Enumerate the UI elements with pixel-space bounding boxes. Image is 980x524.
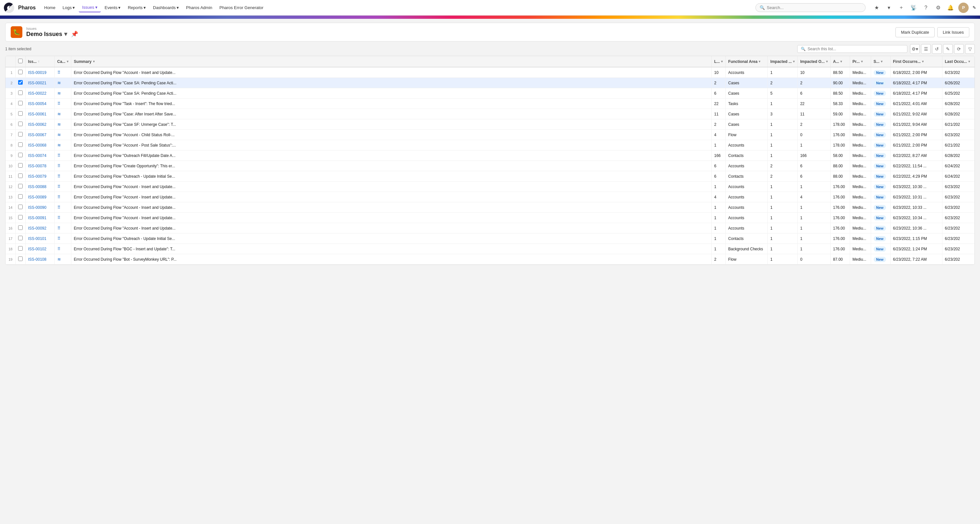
- issue-link[interactable]: ISS-00092: [28, 226, 47, 231]
- row-checkbox-cell[interactable]: [15, 234, 25, 244]
- row-checkbox-cell[interactable]: [15, 99, 25, 109]
- nav-reports[interactable]: Reports ▾: [124, 3, 149, 12]
- nav-home[interactable]: Home: [41, 3, 59, 12]
- row-checkbox[interactable]: [18, 236, 23, 240]
- row-checkbox[interactable]: [18, 256, 23, 261]
- view-toggle-button[interactable]: ☰: [921, 44, 931, 54]
- col-header-firstocc[interactable]: First Occurre... ▾: [890, 56, 942, 67]
- select-all-checkbox[interactable]: [18, 59, 23, 63]
- dropdown-button[interactable]: ▾: [885, 3, 894, 12]
- issue-link[interactable]: ISS-00061: [28, 112, 47, 116]
- global-search-input[interactable]: [767, 5, 861, 10]
- issue-link[interactable]: ISS-00078: [28, 164, 47, 168]
- issue-id-cell[interactable]: ISS-00079: [25, 171, 54, 182]
- filter-button[interactable]: ▽: [965, 44, 975, 54]
- row-checkbox-cell[interactable]: [15, 67, 25, 78]
- mark-duplicate-button[interactable]: Mark Duplicate: [896, 27, 935, 37]
- edit-button[interactable]: ✎: [943, 44, 953, 54]
- row-checkbox[interactable]: [18, 111, 23, 116]
- row-checkbox[interactable]: [18, 246, 23, 251]
- issue-link[interactable]: ISS-00102: [28, 247, 47, 251]
- issue-id-cell[interactable]: ISS-00088: [25, 182, 54, 192]
- settings-button[interactable]: ⚙: [934, 3, 943, 12]
- row-checkbox-cell[interactable]: [15, 119, 25, 130]
- col-header-issue[interactable]: Iss... ↑: [25, 56, 54, 67]
- issue-id-cell[interactable]: ISS-00101: [25, 234, 54, 244]
- nav-pharos-admin[interactable]: Pharos Admin: [183, 3, 215, 12]
- issue-link[interactable]: ISS-00089: [28, 195, 47, 199]
- issue-id-cell[interactable]: ISS-00022: [25, 88, 54, 99]
- col-header-impactedo[interactable]: Impacted O... ▾: [797, 56, 830, 67]
- issue-id-cell[interactable]: ISS-00074: [25, 150, 54, 161]
- row-checkbox[interactable]: [18, 215, 23, 220]
- row-checkbox[interactable]: [18, 122, 23, 126]
- issue-link[interactable]: ISS-00021: [28, 81, 47, 85]
- row-checkbox[interactable]: [18, 70, 23, 74]
- issue-id-cell[interactable]: ISS-00019: [25, 67, 54, 78]
- edit-icon[interactable]: ✎: [972, 5, 976, 10]
- row-checkbox-cell[interactable]: [15, 213, 25, 223]
- title-dropdown-arrow[interactable]: ▾: [64, 30, 67, 38]
- issue-link[interactable]: ISS-00090: [28, 205, 47, 210]
- row-checkbox-cell[interactable]: [15, 78, 25, 88]
- row-checkbox-cell[interactable]: [15, 109, 25, 119]
- row-checkbox[interactable]: [18, 205, 23, 209]
- col-header-impacted[interactable]: Impacted ... ▾: [768, 56, 797, 67]
- col-header-status[interactable]: S... ▾: [871, 56, 890, 67]
- col-header-priority[interactable]: Pr... ▾: [850, 56, 871, 67]
- issue-id-cell[interactable]: ISS-00089: [25, 192, 54, 202]
- issue-id-cell[interactable]: ISS-00061: [25, 109, 54, 119]
- user-avatar[interactable]: P: [958, 3, 969, 13]
- col-header-cat[interactable]: Ca... ▾: [54, 56, 71, 67]
- col-header-check[interactable]: [15, 56, 25, 67]
- row-checkbox[interactable]: [18, 142, 23, 147]
- add-button[interactable]: ＋: [897, 3, 906, 12]
- global-search[interactable]: 🔍: [756, 3, 865, 12]
- row-checkbox-cell[interactable]: [15, 254, 25, 264]
- nav-issues[interactable]: Issues ▾: [79, 3, 101, 12]
- refresh-button[interactable]: ↺: [932, 44, 942, 54]
- row-checkbox[interactable]: [18, 101, 23, 105]
- row-checkbox-cell[interactable]: [15, 244, 25, 254]
- issue-link[interactable]: ISS-00101: [28, 236, 47, 241]
- nav-dashboards[interactable]: Dashboards ▾: [150, 3, 182, 12]
- issue-link[interactable]: ISS-00074: [28, 153, 47, 158]
- issue-id-cell[interactable]: ISS-00102: [25, 244, 54, 254]
- list-search-input[interactable]: [808, 47, 904, 51]
- row-checkbox-cell[interactable]: [15, 88, 25, 99]
- issue-link[interactable]: ISS-00054: [28, 102, 47, 106]
- star-button[interactable]: ★: [872, 3, 881, 12]
- row-checkbox-cell[interactable]: [15, 140, 25, 150]
- nav-error-generator[interactable]: Pharos Error Generator: [216, 3, 267, 12]
- row-checkbox[interactable]: [18, 91, 23, 95]
- col-header-funcarea[interactable]: Functional Area ▾: [725, 56, 768, 67]
- row-checkbox[interactable]: [18, 163, 23, 168]
- issue-id-cell[interactable]: ISS-00067: [25, 130, 54, 140]
- issue-link[interactable]: ISS-00079: [28, 174, 47, 179]
- row-checkbox[interactable]: [18, 80, 23, 84]
- nav-logs[interactable]: Logs ▾: [59, 3, 78, 12]
- issue-id-cell[interactable]: ISS-00062: [25, 119, 54, 130]
- row-checkbox[interactable]: [18, 225, 23, 230]
- issue-id-cell[interactable]: ISS-00021: [25, 78, 54, 88]
- issue-link[interactable]: ISS-00088: [28, 185, 47, 189]
- notification-button[interactable]: 🔔: [946, 3, 955, 12]
- row-checkbox-cell[interactable]: [15, 223, 25, 234]
- issue-id-cell[interactable]: ISS-00091: [25, 213, 54, 223]
- row-checkbox[interactable]: [18, 153, 23, 157]
- link-issues-button[interactable]: Link Issues: [937, 27, 969, 37]
- broadcast-button[interactable]: 📡: [909, 3, 918, 12]
- col-header-lastocc[interactable]: Last Occu... ▾: [942, 56, 975, 67]
- row-checkbox[interactable]: [18, 194, 23, 199]
- row-checkbox-cell[interactable]: [15, 171, 25, 182]
- row-checkbox-cell[interactable]: [15, 130, 25, 140]
- row-checkbox-cell[interactable]: [15, 182, 25, 192]
- issue-link[interactable]: ISS-00022: [28, 91, 47, 96]
- col-header-l[interactable]: L... ▾: [711, 56, 725, 67]
- issue-link[interactable]: ISS-00019: [28, 70, 47, 75]
- row-checkbox[interactable]: [18, 132, 23, 137]
- issue-id-cell[interactable]: ISS-00090: [25, 202, 54, 213]
- issue-link[interactable]: ISS-00108: [28, 257, 47, 262]
- help-button[interactable]: ?: [921, 3, 931, 12]
- issue-id-cell[interactable]: ISS-00108: [25, 254, 54, 264]
